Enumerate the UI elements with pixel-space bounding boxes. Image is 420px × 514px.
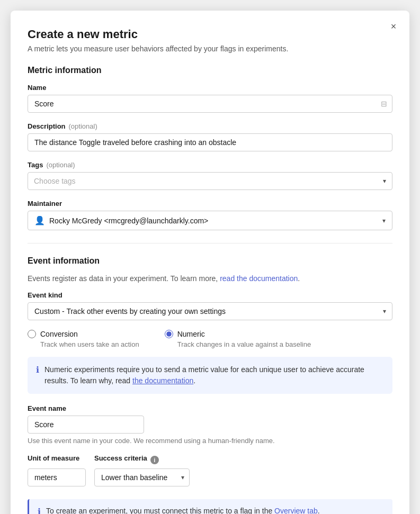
maintainer-label: Maintainer [28,200,392,208]
person-icon: 👤 [34,215,45,226]
event-name-hint: Use this event name in your code. We rec… [28,437,392,445]
name-label: Name [28,84,392,92]
name-input-wrapper: ⊟ [28,95,392,113]
maintainer-value: Rocky McGredy <rmcgredy@launchdarkly.com… [49,217,386,225]
read-documentation-link[interactable]: read the documentation [220,274,298,283]
numeric-info-box: ℹ Numeric experiments require you to sen… [28,357,392,394]
event-name-label: Event name [28,404,392,412]
the-documentation-link[interactable]: the documentation [132,376,193,385]
maintainer-field-group: Maintainer 👤 Rocky McGredy <rmcgredy@lau… [28,200,392,230]
tags-select-wrapper: ▾ Choose tags [28,172,392,190]
metric-type-radio-group: Conversion Track when users take an acti… [28,330,392,348]
tags-optional: (optional) [46,161,75,169]
event-name-field-group: Event name Use this event name in your c… [28,404,392,445]
info-circle-icon: ℹ [36,365,39,386]
modal-title: Create a new metric [28,28,392,41]
event-info-section: Event information Events register as dat… [28,256,392,486]
numeric-radio[interactable] [165,330,173,338]
event-info-section-title: Event information [28,256,392,266]
criteria-field-group: Success criteria i Lower than baseline H… [94,454,190,486]
name-field-group: Name ⊟ [28,84,392,113]
numeric-info-text: Numeric experiments require you to send … [44,364,384,386]
conversion-radio[interactable] [28,330,36,338]
event-kind-label: Event kind [28,291,392,299]
tags-label: Tags (optional) [28,161,392,169]
edit-icon: ⊟ [381,100,387,108]
unit-label: Unit of measure [28,454,86,462]
metric-info-section-title: Metric information [28,66,392,75]
criteria-select-wrapper: Lower than baseline Higher than baseline… [94,468,190,486]
numeric-label: Numeric [177,330,205,338]
conversion-sub: Track when users take an action [40,340,139,348]
event-info-description: Events register as data in your experime… [28,274,392,283]
criteria-select[interactable]: Lower than baseline Higher than baseline [94,468,190,486]
overview-tab-link[interactable]: Overview tab [274,507,318,514]
description-optional: (optional) [69,122,97,130]
description-field-group: Description (optional) [28,122,392,151]
create-metric-modal: × Create a new metric A metric lets you … [11,11,409,514]
alert-box: ℹ To create an experiment, you must conn… [28,499,392,514]
criteria-info-icon: i [150,456,159,464]
modal-subtitle: A metric lets you measure user behaviors… [28,44,392,53]
numeric-sub: Track changes in a value against a basel… [177,340,311,348]
description-label: Description (optional) [28,122,392,130]
event-name-input[interactable] [28,416,144,434]
name-input[interactable] [28,95,392,113]
tags-field-group: Tags (optional) ▾ Choose tags [28,161,392,190]
alert-info-icon: ℹ [38,507,41,514]
event-kind-select-wrapper: Custom - Track other events by creating … [28,302,392,320]
unit-criteria-row: Unit of measure Success criteria i Lower… [28,454,392,486]
tags-select[interactable] [28,172,392,190]
close-button[interactable]: × [386,19,401,34]
metric-info-section: Metric information Name ⊟ Description (o… [28,66,392,230]
numeric-option: Numeric Track changes in a value against… [165,330,311,348]
unit-input[interactable] [28,468,86,486]
maintainer-select[interactable]: 👤 Rocky McGredy <rmcgredy@launchdarkly.c… [28,211,392,230]
criteria-label: Success criteria [94,454,147,462]
alert-text: To create an experiment, you must connec… [46,507,320,514]
section-divider [28,243,392,244]
event-kind-field-group: Event kind Custom - Track other events b… [28,291,392,320]
description-input[interactable] [28,133,392,151]
conversion-label: Conversion [40,330,78,338]
conversion-option: Conversion Track when users take an acti… [28,330,139,348]
unit-field-group: Unit of measure [28,454,86,486]
event-kind-select[interactable]: Custom - Track other events by creating … [28,302,392,320]
